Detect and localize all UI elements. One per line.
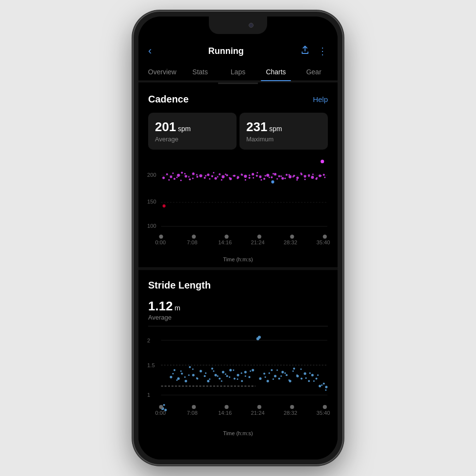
stride-title: Stride Length <box>148 280 211 291</box>
svg-point-134 <box>234 377 236 379</box>
svg-point-63 <box>225 173 226 175</box>
svg-text:150: 150 <box>147 199 156 204</box>
svg-point-85 <box>312 173 314 175</box>
svg-point-189 <box>309 373 311 374</box>
bottom-padding <box>138 441 338 459</box>
svg-point-89 <box>163 204 166 207</box>
svg-point-12 <box>185 175 187 177</box>
svg-point-78 <box>285 178 286 179</box>
svg-point-56 <box>192 178 194 179</box>
svg-point-54 <box>184 173 186 174</box>
back-button[interactable]: ‹ <box>148 45 152 57</box>
svg-point-123 <box>192 374 195 376</box>
tab-overview[interactable]: Overview <box>143 63 181 81</box>
svg-point-169 <box>217 375 219 377</box>
stride-section: Stride Length 1.12 m Average 2 1.5 1 <box>138 270 338 441</box>
cadence-average-value: 201 spm <box>155 119 230 135</box>
svg-point-153 <box>308 380 310 382</box>
svg-point-68 <box>245 179 246 181</box>
svg-point-6 <box>162 176 165 179</box>
svg-point-94 <box>192 235 196 238</box>
svg-point-61 <box>217 176 219 177</box>
svg-point-199 <box>323 405 327 409</box>
svg-point-165 <box>196 377 198 379</box>
svg-point-141 <box>263 373 265 374</box>
svg-point-22 <box>221 175 224 178</box>
more-button[interactable]: ⋮ <box>318 45 328 57</box>
tab-stats[interactable]: Stats <box>181 63 219 81</box>
svg-point-192 <box>321 384 323 386</box>
svg-point-118 <box>173 369 175 371</box>
svg-point-120 <box>181 373 183 374</box>
svg-point-60 <box>213 172 214 173</box>
svg-point-145 <box>278 377 280 379</box>
svg-point-160 <box>176 379 178 381</box>
stride-header: Stride Length <box>148 280 328 291</box>
svg-point-80 <box>292 176 294 177</box>
svg-point-66 <box>237 178 238 179</box>
svg-point-18 <box>207 173 209 176</box>
svg-point-173 <box>233 369 234 371</box>
svg-point-71 <box>256 172 258 173</box>
svg-point-69 <box>249 174 250 176</box>
share-button[interactable] <box>300 45 310 57</box>
svg-point-44 <box>304 175 306 177</box>
svg-point-178 <box>265 376 266 378</box>
svg-text:21:24: 21:24 <box>251 239 265 245</box>
svg-point-13 <box>189 178 191 180</box>
tab-gear[interactable]: Gear <box>295 63 333 81</box>
notch <box>209 17 267 34</box>
svg-point-194 <box>159 405 163 409</box>
svg-point-155 <box>315 377 317 379</box>
svg-point-30 <box>252 173 254 175</box>
svg-point-170 <box>221 380 222 382</box>
svg-point-122 <box>189 366 191 368</box>
svg-point-195 <box>192 405 196 409</box>
svg-point-70 <box>253 177 254 179</box>
svg-point-75 <box>272 173 274 174</box>
camera-dot <box>249 23 254 28</box>
cadence-time-label: Time (h:m:s) <box>148 256 328 262</box>
svg-point-140 <box>259 377 261 380</box>
svg-point-166 <box>205 373 206 374</box>
phone-frame: ‹ Running ⋮ Overview Stats <box>134 12 342 464</box>
svg-point-191 <box>317 374 319 376</box>
svg-point-144 <box>274 375 276 377</box>
svg-point-93 <box>159 235 163 238</box>
svg-point-168 <box>213 371 214 372</box>
svg-text:2: 2 <box>147 338 150 343</box>
svg-point-31 <box>256 175 258 177</box>
cadence-max-value: 231 spm <box>246 119 321 135</box>
svg-point-163 <box>188 374 189 376</box>
svg-point-117 <box>170 376 172 378</box>
svg-point-28 <box>244 175 247 178</box>
svg-point-131 <box>222 371 224 374</box>
svg-point-125 <box>200 370 202 372</box>
svg-text:28:32: 28:32 <box>284 239 297 245</box>
svg-point-73 <box>265 175 266 176</box>
svg-point-121 <box>185 380 187 382</box>
cadence-section: Cadence Help 201 spm Average 231 spm <box>138 84 338 267</box>
svg-point-20 <box>214 177 217 180</box>
svg-text:28:32: 28:32 <box>284 410 297 416</box>
tabs-row: Overview Stats Laps Charts Gear <box>138 63 338 81</box>
svg-point-17 <box>204 177 206 179</box>
svg-point-96 <box>257 235 261 238</box>
svg-point-19 <box>211 175 213 177</box>
svg-text:0:00: 0:00 <box>155 410 166 416</box>
svg-point-190 <box>313 380 315 382</box>
cadence-stats: 201 spm Average 231 spm Maximum <box>148 113 328 150</box>
tab-laps[interactable]: Laps <box>219 63 257 81</box>
svg-text:14:16: 14:16 <box>218 410 232 416</box>
screen-content: ‹ Running ⋮ Overview Stats <box>138 17 338 459</box>
svg-point-97 <box>290 235 294 238</box>
svg-text:0:00: 0:00 <box>155 239 166 245</box>
stride-average-label: Average <box>148 314 328 321</box>
tab-charts[interactable]: Charts <box>257 63 295 81</box>
cadence-help[interactable]: Help <box>313 95 328 103</box>
stride-time-label: Time (h:m:s) <box>148 430 328 436</box>
svg-point-67 <box>241 173 242 175</box>
svg-text:7:08: 7:08 <box>187 239 198 245</box>
svg-point-58 <box>205 175 206 176</box>
stride-stat: 1.12 m Average <box>148 299 328 326</box>
